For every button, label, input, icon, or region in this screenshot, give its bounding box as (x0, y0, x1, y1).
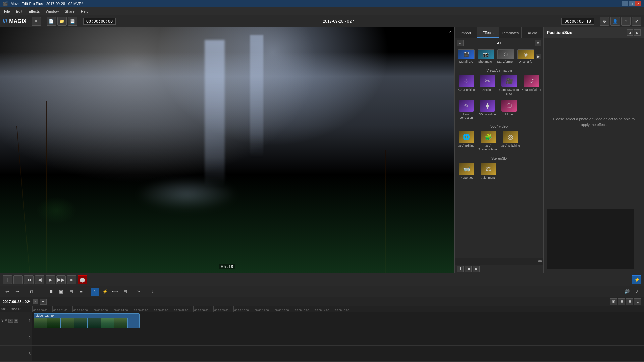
record-button[interactable]: ⬤ (78, 275, 87, 284)
nav-right-button[interactable]: ▶ (473, 266, 480, 272)
filename: 2017-09-28 - 02 * (323, 19, 354, 24)
effect-lens-correction[interactable]: ⌾ Lens correction (456, 98, 476, 121)
menu-file[interactable]: File (1, 9, 13, 14)
mark-out-button[interactable]: ] (13, 275, 23, 284)
expand-button[interactable]: ⤢ (632, 17, 641, 26)
ruler-mark-1: 00:00:01:00 (52, 306, 72, 312)
thumb-2 (47, 318, 61, 328)
effects-dropdown-button[interactable]: ▼ (535, 40, 541, 46)
pos-next-button[interactable]: ▶ (634, 29, 641, 36)
split-tool[interactable]: ⚡ (101, 288, 109, 296)
track-button[interactable]: ⊞ (67, 288, 75, 296)
menu-share[interactable]: Share (62, 9, 77, 14)
quick-effect-unschaerfe[interactable]: ◉ Unschärfe (516, 49, 535, 63)
close-button[interactable]: × (635, 1, 641, 6)
trim-tool[interactable]: ⟺ (111, 288, 119, 296)
mark-in-button[interactable]: [ (3, 275, 12, 284)
new-project-button[interactable]: 📄 (47, 17, 56, 26)
quick-effect-stanzformen[interactable]: ⬡ Stanzformen (496, 49, 515, 63)
effect-size-position[interactable]: ⊹ Size/Position (456, 74, 476, 97)
tab-templates[interactable]: Templates (499, 27, 522, 38)
account-button[interactable]: 👤 (610, 17, 620, 26)
undo-button[interactable]: ↩ (3, 288, 11, 296)
timeline-view-btn-4[interactable]: ≡ (634, 298, 641, 305)
text-button[interactable]: T (37, 288, 45, 296)
maximize-button[interactable]: □ (629, 1, 635, 6)
track-1-m[interactable]: M (5, 319, 7, 322)
meralli-icon: 🎬 (458, 49, 475, 59)
track-row-1: 00:00:05:18 Video_02.mp4 (32, 312, 644, 329)
effect-360-scene-rotation[interactable]: 🧩 360° Szenenrotation (478, 130, 499, 153)
timeline-view-btn-2[interactable]: ⊞ (618, 298, 625, 305)
clip-thumbnails (34, 318, 128, 328)
track-1-icon-1[interactable]: ≡ (8, 319, 13, 323)
quick-effects-right-arrow[interactable]: ▶ (536, 54, 541, 59)
nav-up-button[interactable]: ⬆ (457, 266, 464, 272)
next-scene-button[interactable]: ⏭ (67, 275, 76, 284)
menu-help[interactable]: Help (78, 9, 91, 14)
track-1-s[interactable]: S (1, 319, 4, 322)
pos-panel-header: Position/Size ◀ ▶ (544, 27, 644, 38)
timeline-view-btn-1[interactable]: ▣ (610, 298, 617, 305)
timeline-title: 2017-09-28 - 02* (3, 300, 31, 304)
scroll-down-btn[interactable]: ▼ (538, 260, 542, 264)
pos-prev-button[interactable]: ◀ (627, 29, 633, 36)
volume-button[interactable]: 🔊 (623, 288, 631, 296)
redo-button[interactable]: ↪ (13, 288, 21, 296)
open-button[interactable]: 📁 (57, 17, 67, 26)
lightning-button[interactable]: ⚡ (632, 275, 641, 284)
cut-tool[interactable]: ✂ (135, 288, 143, 296)
import-button[interactable]: ⤓ (148, 288, 157, 296)
nav-left-button[interactable]: ◀ (465, 266, 472, 272)
effects-back-button[interactable]: ← (457, 40, 464, 46)
timeline-add-button[interactable]: + (40, 299, 47, 305)
size-position-icon: ⊹ (459, 75, 474, 87)
effect-360-stitching[interactable]: ◎ 360° Stitching (500, 130, 521, 153)
effect-camera-zoom[interactable]: 🎥 Camera/Zoom shot (499, 74, 520, 97)
prev-scene-button[interactable]: ⏮ (24, 275, 34, 284)
video-clip-1[interactable]: Video_02.mp4 (34, 313, 140, 328)
tab-audio[interactable]: Audio (522, 27, 543, 38)
tab-import[interactable]: Import (455, 27, 477, 38)
settings-button[interactable]: ⚙ (600, 17, 609, 26)
track-1-icon-2[interactable]: ⊞ (14, 319, 18, 323)
prev-frame-button[interactable]: ◀ (35, 275, 44, 284)
effect-move[interactable]: ⬡ Move (499, 98, 520, 121)
hamburger-button[interactable]: ≡ (32, 17, 41, 26)
effect-360-editing[interactable]: 🌐 360° Editing (456, 130, 476, 153)
quick-effect-shotmatch[interactable]: 📷 Shot match (477, 49, 495, 63)
delete-button[interactable]: 🗑 (26, 288, 35, 296)
ruler-mark-3: 00:00:03:00 (93, 306, 113, 312)
quick-effect-meralli[interactable]: 🎬 Meralli 2.0 (457, 49, 475, 63)
effect-stereo-alignment[interactable]: ⚖ Alignment (478, 162, 498, 181)
help-btn[interactable]: ? (621, 17, 631, 26)
select-tool[interactable]: ↖ (91, 288, 99, 296)
menu-edit[interactable]: Edit (13, 9, 25, 14)
timeline-view-btn-3[interactable]: ⊟ (626, 298, 633, 305)
ruler-mark-10: 00:00:10:00 (233, 306, 254, 312)
menu-effects[interactable]: Effects (26, 9, 42, 14)
more-button[interactable]: ≡ (77, 288, 86, 296)
save-button[interactable]: 💾 (68, 17, 77, 26)
section-label: Section (482, 88, 492, 92)
effect-3d-distortion[interactable]: ⧫ 3D distortion (477, 98, 497, 121)
effect-stereo-properties[interactable]: 🥽 Properties (456, 162, 477, 181)
minimize-button[interactable]: − (622, 1, 628, 6)
rotation-mirror-label: Rotation/Mirror (521, 88, 541, 92)
stereo-properties-label: Properties (460, 176, 473, 180)
menu-window[interactable]: Window (43, 9, 61, 14)
preview-fullscreen-button[interactable]: ⤢ (447, 29, 453, 35)
play-button[interactable]: ▶ (46, 275, 55, 284)
timeline-close-button[interactable]: × (33, 299, 38, 304)
multitrack-tool[interactable]: ⊟ (121, 288, 129, 296)
timecode-right[interactable]: 00:00:05:18 (561, 18, 594, 25)
group-button[interactable]: ▣ (57, 288, 65, 296)
tab-effects[interactable]: Effects (477, 27, 499, 38)
shotmatch-label: Shot match (478, 60, 494, 63)
expand-timeline-button[interactable]: ⤢ (633, 288, 641, 296)
set-button[interactable]: ⏹ (47, 288, 55, 296)
timecode-left[interactable]: 00:00:00:00 (83, 18, 116, 25)
next-frame-button[interactable]: ▶▶ (56, 275, 66, 284)
effect-rotation-mirror[interactable]: ↺ Rotation/Mirror (521, 74, 542, 97)
effect-section[interactable]: ✂ Section (477, 74, 497, 97)
